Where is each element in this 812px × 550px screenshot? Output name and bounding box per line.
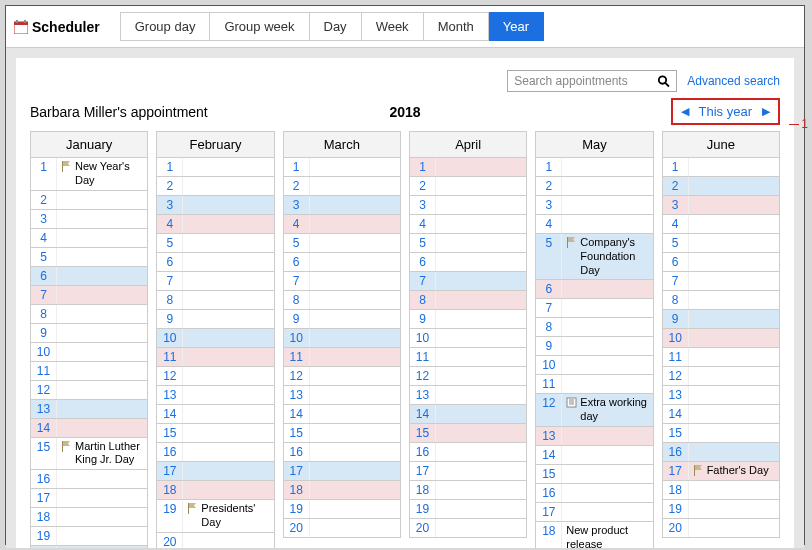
day-number[interactable]: 1 bbox=[410, 158, 436, 176]
day-event[interactable]: Martin Luther King Jr. Day bbox=[57, 438, 147, 470]
day-row[interactable]: 1 bbox=[157, 158, 273, 177]
day-row[interactable]: 19Presidents' Day bbox=[157, 500, 273, 533]
day-number[interactable]: 12 bbox=[157, 367, 183, 385]
day-row[interactable]: 11 bbox=[31, 362, 147, 381]
day-number[interactable]: 11 bbox=[31, 362, 57, 380]
day-number[interactable]: 9 bbox=[663, 310, 689, 328]
view-tab-day[interactable]: Day bbox=[310, 12, 362, 41]
day-row[interactable]: 19 bbox=[31, 527, 147, 546]
day-number[interactable]: 20 bbox=[31, 546, 57, 548]
day-row[interactable]: 16 bbox=[284, 443, 400, 462]
day-row[interactable]: 12 bbox=[157, 367, 273, 386]
day-number[interactable]: 2 bbox=[284, 177, 310, 195]
day-row[interactable]: 14 bbox=[157, 405, 273, 424]
day-number[interactable]: 14 bbox=[157, 405, 183, 423]
day-number[interactable]: 9 bbox=[410, 310, 436, 328]
search-box[interactable] bbox=[507, 70, 677, 92]
day-row[interactable]: 9 bbox=[663, 310, 779, 329]
day-row[interactable]: 19 bbox=[284, 500, 400, 519]
day-number[interactable]: 10 bbox=[31, 343, 57, 361]
view-tab-month[interactable]: Month bbox=[424, 12, 489, 41]
day-number[interactable]: 3 bbox=[157, 196, 183, 214]
day-row[interactable]: 20 bbox=[284, 519, 400, 538]
day-row[interactable]: 3 bbox=[31, 210, 147, 229]
day-number[interactable]: 6 bbox=[410, 253, 436, 271]
day-row[interactable]: 6 bbox=[663, 253, 779, 272]
day-row[interactable]: 16 bbox=[157, 443, 273, 462]
day-number[interactable]: 11 bbox=[157, 348, 183, 366]
day-row[interactable]: 5 bbox=[157, 234, 273, 253]
day-number[interactable]: 3 bbox=[410, 196, 436, 214]
day-row[interactable]: 16 bbox=[410, 443, 526, 462]
day-number[interactable]: 11 bbox=[284, 348, 310, 366]
day-row[interactable]: 10 bbox=[663, 329, 779, 348]
day-row[interactable]: 1New Year's Day bbox=[31, 158, 147, 191]
day-row[interactable]: 4 bbox=[410, 215, 526, 234]
day-row[interactable]: 20 bbox=[157, 533, 273, 549]
day-number[interactable]: 15 bbox=[157, 424, 183, 442]
day-number[interactable]: 1 bbox=[284, 158, 310, 176]
day-row[interactable]: 9 bbox=[410, 310, 526, 329]
day-number[interactable]: 2 bbox=[157, 177, 183, 195]
day-number[interactable]: 19 bbox=[157, 500, 183, 532]
day-row[interactable]: 18 bbox=[31, 508, 147, 527]
day-row[interactable]: 1 bbox=[284, 158, 400, 177]
day-row[interactable]: 18 bbox=[663, 481, 779, 500]
day-row[interactable]: 8 bbox=[663, 291, 779, 310]
day-row[interactable]: 3 bbox=[663, 196, 779, 215]
day-number[interactable]: 20 bbox=[410, 519, 436, 537]
day-number[interactable]: 7 bbox=[663, 272, 689, 290]
day-row[interactable]: 13 bbox=[663, 386, 779, 405]
day-number[interactable]: 16 bbox=[663, 443, 689, 461]
day-number[interactable]: 15 bbox=[536, 465, 562, 483]
day-row[interactable]: 4 bbox=[663, 215, 779, 234]
day-row[interactable]: 17 bbox=[157, 462, 273, 481]
day-number[interactable]: 10 bbox=[284, 329, 310, 347]
day-row[interactable]: 7 bbox=[536, 299, 652, 318]
day-number[interactable]: 8 bbox=[410, 291, 436, 309]
day-row[interactable]: 2 bbox=[663, 177, 779, 196]
day-number[interactable]: 18 bbox=[31, 508, 57, 526]
day-row[interactable]: 7 bbox=[410, 272, 526, 291]
day-number[interactable]: 9 bbox=[31, 324, 57, 342]
day-number[interactable]: 8 bbox=[157, 291, 183, 309]
day-row[interactable]: 6 bbox=[31, 267, 147, 286]
day-row[interactable]: 13 bbox=[410, 386, 526, 405]
day-row[interactable]: 18 bbox=[157, 481, 273, 500]
day-number[interactable]: 19 bbox=[31, 527, 57, 545]
search-input[interactable] bbox=[514, 74, 657, 88]
day-row[interactable]: 11 bbox=[536, 375, 652, 394]
search-icon[interactable] bbox=[657, 74, 670, 88]
day-number[interactable]: 16 bbox=[536, 484, 562, 502]
day-number[interactable]: 19 bbox=[284, 500, 310, 518]
day-number[interactable]: 14 bbox=[663, 405, 689, 423]
day-row[interactable]: 16 bbox=[536, 484, 652, 503]
day-number[interactable]: 8 bbox=[663, 291, 689, 309]
day-row[interactable]: 15 bbox=[410, 424, 526, 443]
day-number[interactable]: 17 bbox=[284, 462, 310, 480]
day-number[interactable]: 5 bbox=[31, 248, 57, 266]
day-number[interactable]: 13 bbox=[663, 386, 689, 404]
day-number[interactable]: 1 bbox=[536, 158, 562, 176]
day-row[interactable]: 15 bbox=[284, 424, 400, 443]
day-number[interactable]: 10 bbox=[157, 329, 183, 347]
day-row[interactable]: 20 bbox=[663, 519, 779, 538]
day-row[interactable]: 20 bbox=[31, 546, 147, 548]
day-number[interactable]: 12 bbox=[284, 367, 310, 385]
day-number[interactable]: 18 bbox=[410, 481, 436, 499]
day-event[interactable]: Extra working day bbox=[562, 394, 652, 426]
day-number[interactable]: 14 bbox=[536, 446, 562, 464]
day-number[interactable]: 12 bbox=[536, 394, 562, 426]
day-row[interactable]: 20 bbox=[410, 519, 526, 538]
day-row[interactable]: 12 bbox=[410, 367, 526, 386]
day-row[interactable]: 17 bbox=[31, 489, 147, 508]
day-row[interactable]: 12 bbox=[284, 367, 400, 386]
day-row[interactable]: 14 bbox=[31, 419, 147, 438]
next-year-arrow[interactable]: ▶ bbox=[762, 105, 770, 118]
day-row[interactable]: 9 bbox=[157, 310, 273, 329]
day-number[interactable]: 4 bbox=[536, 215, 562, 233]
day-number[interactable]: 17 bbox=[31, 489, 57, 507]
day-number[interactable]: 7 bbox=[536, 299, 562, 317]
day-row[interactable]: 3 bbox=[284, 196, 400, 215]
day-number[interactable]: 5 bbox=[157, 234, 183, 252]
